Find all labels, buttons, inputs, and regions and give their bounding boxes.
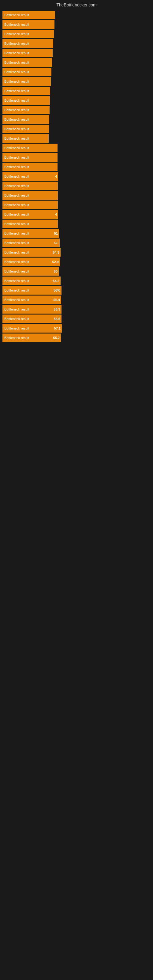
bar-fill <box>39 106 49 114</box>
bar-label: Bottleneck result <box>2 172 39 181</box>
bar-label: Bottleneck result <box>2 181 39 190</box>
bar-fill: 57.1 <box>39 324 62 332</box>
bar-label: Bottleneck result <box>2 134 39 143</box>
bar-row: Bottleneck result52.9 <box>2 258 151 266</box>
bar-row: Bottleneck result57.1 <box>2 324 151 332</box>
bar-row: Bottleneck result <box>2 11 151 19</box>
bar-row: Bottleneck result55.2 <box>2 334 151 342</box>
bar-label: Bottleneck result <box>2 153 39 162</box>
bar-row: Bottleneck result4 <box>2 210 151 219</box>
bar-fill <box>39 96 50 105</box>
bar-value: 4 <box>55 175 57 178</box>
bar-row: Bottleneck result <box>2 30 151 38</box>
bar-row: Bottleneck result52. <box>2 239 151 247</box>
bar-row: Bottleneck result <box>2 87 151 95</box>
bar-row: Bottleneck result56% <box>2 286 151 294</box>
bar-label: Bottleneck result <box>2 286 39 294</box>
bar-label: Bottleneck result <box>2 200 39 209</box>
bar-row: Bottleneck result <box>2 181 151 190</box>
bar-value: 54.2 <box>53 279 59 283</box>
bar-row: Bottleneck result <box>2 200 151 209</box>
bar-value: 55.4 <box>54 298 60 302</box>
bar-label: Bottleneck result <box>2 210 39 219</box>
bar-fill <box>39 30 54 38</box>
bar-fill <box>39 153 57 162</box>
bar-row: Bottleneck result51 <box>2 229 151 238</box>
bar-fill <box>39 20 54 29</box>
bar-row: Bottleneck result4 <box>2 172 151 181</box>
bar-row: Bottleneck result <box>2 106 151 114</box>
bar-fill <box>39 68 51 76</box>
bar-fill: 50 <box>39 267 59 275</box>
bar-fill <box>39 77 51 86</box>
bar-fill <box>39 181 58 190</box>
bar-value: 50 <box>54 269 57 273</box>
bar-label: Bottleneck result <box>2 324 39 332</box>
bar-fill <box>39 115 49 124</box>
bar-label: Bottleneck result <box>2 96 39 105</box>
bar-row: Bottleneck result <box>2 68 151 76</box>
bar-label: Bottleneck result <box>2 315 39 323</box>
bar-label: Bottleneck result <box>2 87 39 95</box>
bar-fill <box>39 134 49 143</box>
bar-label: Bottleneck result <box>2 296 39 304</box>
bar-fill <box>39 87 50 95</box>
bar-label: Bottleneck result <box>2 305 39 313</box>
bar-fill <box>39 49 53 57</box>
bar-label: Bottleneck result <box>2 68 39 76</box>
bar-label: Bottleneck result <box>2 39 39 48</box>
bar-row: Bottleneck result <box>2 153 151 162</box>
bar-row: Bottleneck result54.2 <box>2 277 151 285</box>
bar-row: Bottleneck result <box>2 39 151 48</box>
bar-row: Bottleneck result <box>2 191 151 200</box>
bar-row: Bottleneck result56.6 <box>2 315 151 323</box>
bar-value: 4 <box>55 213 57 216</box>
bar-row: Bottleneck result <box>2 115 151 124</box>
bar-label: Bottleneck result <box>2 106 39 114</box>
bar-row: Bottleneck result54.3 <box>2 248 151 257</box>
bar-fill <box>39 200 58 209</box>
bar-row: Bottleneck result <box>2 144 151 152</box>
bar-label: Bottleneck result <box>2 248 39 257</box>
bar-fill: 4 <box>39 210 58 219</box>
bar-fill <box>39 220 58 228</box>
bar-value: 51 <box>54 232 58 235</box>
bar-fill <box>39 11 55 19</box>
bar-label: Bottleneck result <box>2 239 39 247</box>
bar-label: Bottleneck result <box>2 220 39 228</box>
bar-row: Bottleneck result <box>2 125 151 133</box>
bar-value: 52.9 <box>52 260 59 264</box>
bar-fill: 52.9 <box>39 258 60 266</box>
bar-row: Bottleneck result <box>2 162 151 171</box>
bar-row: Bottleneck result <box>2 134 151 143</box>
bar-row: Bottleneck result <box>2 49 151 57</box>
bar-fill: 54.3 <box>39 248 61 257</box>
bar-row: Bottleneck result56.3 <box>2 305 151 313</box>
bar-value: 56.3 <box>54 307 60 311</box>
bar-fill: 56.6 <box>39 315 62 323</box>
bar-row: Bottleneck result <box>2 58 151 67</box>
bar-value: 54.3 <box>53 250 59 254</box>
bar-row: Bottleneck result50 <box>2 267 151 275</box>
bar-row: Bottleneck result <box>2 96 151 105</box>
bar-fill: 56.3 <box>39 305 62 313</box>
bar-fill <box>39 162 57 171</box>
bar-label: Bottleneck result <box>2 58 39 67</box>
bar-value: 52. <box>54 241 59 245</box>
bar-value: 56% <box>54 288 60 292</box>
bar-row: Bottleneck result <box>2 20 151 29</box>
bar-label: Bottleneck result <box>2 125 39 133</box>
bar-fill: 55.4 <box>39 296 61 304</box>
bar-fill <box>39 58 52 67</box>
bar-label: Bottleneck result <box>2 30 39 38</box>
bar-label: Bottleneck result <box>2 334 39 342</box>
bar-label: Bottleneck result <box>2 77 39 86</box>
bar-label: Bottleneck result <box>2 277 39 285</box>
bar-fill: 4 <box>39 172 58 181</box>
bar-label: Bottleneck result <box>2 49 39 57</box>
bar-fill: 54.2 <box>39 277 61 285</box>
bar-value: 57.1 <box>54 326 61 330</box>
bar-label: Bottleneck result <box>2 258 39 266</box>
bar-label: Bottleneck result <box>2 11 39 19</box>
bar-fill <box>39 191 58 200</box>
